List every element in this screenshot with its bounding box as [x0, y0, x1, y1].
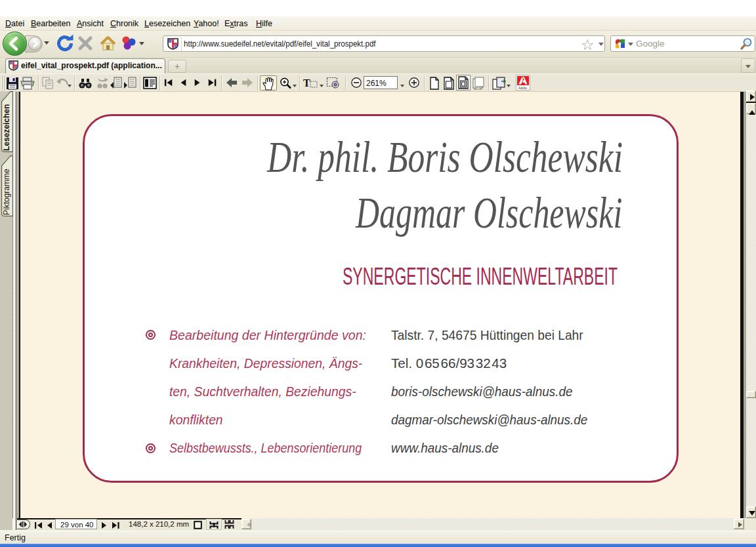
svg-text:T: T — [303, 77, 310, 89]
svg-text:Adobe: Adobe — [518, 87, 528, 90]
